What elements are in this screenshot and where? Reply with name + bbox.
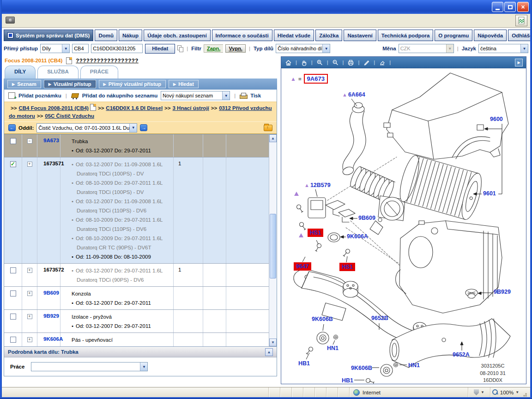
vehicle-detail-link[interactable]: ?????????????????? (76, 58, 138, 63)
row-checkbox[interactable]: ✓ (10, 161, 16, 167)
work-select[interactable]: ▼ (31, 362, 148, 371)
breadcrumb-link-4[interactable]: 05C Čistič Vzduchu (45, 113, 94, 119)
row-expander[interactable]: + (27, 291, 32, 296)
diagram-label-hn1[interactable]: HN1 (408, 362, 420, 369)
zoom-out-icon[interactable] (332, 59, 339, 66)
row-expander[interactable]: + (27, 268, 32, 273)
vin-field[interactable] (91, 44, 143, 53)
nav-button-7[interactable]: Nastavení (344, 30, 376, 41)
language-select[interactable]: čeština▼ (478, 44, 528, 53)
diagram-label-hn1[interactable]: HN1 (327, 345, 339, 351)
tab-služba[interactable]: SLUŽBA (37, 66, 79, 79)
scroll-down-button[interactable]: ▼ (269, 339, 277, 346)
nav-button-6[interactable]: Záložka (315, 30, 342, 41)
nav-button-9[interactable]: O programu (435, 30, 472, 41)
search-button[interactable]: Hledat (145, 44, 175, 54)
diagram-label-hs1[interactable]: HS1 (339, 263, 355, 271)
row-checkbox[interactable] (10, 314, 16, 320)
protected-mode-button[interactable]: ▼ (468, 387, 490, 397)
next-section-button[interactable]: → (140, 124, 147, 131)
diagram-label-9b929[interactable]: 9B929 (494, 289, 511, 295)
copy-icon[interactable] (177, 45, 183, 52)
scroll-up-button[interactable]: ▲ (269, 134, 277, 142)
zoom-in-icon[interactable] (316, 59, 324, 66)
previous-section-button[interactable]: ← (8, 124, 16, 131)
row-checkbox[interactable] (10, 290, 16, 296)
eraser-icon[interactable] (378, 59, 386, 66)
diagram-label-hb1[interactable]: HB1 (342, 377, 353, 384)
nav-button-2[interactable]: Nákup (119, 30, 142, 41)
shopping-list-select[interactable]: Nový nákupní seznam▼ (161, 91, 230, 100)
diagram-label-9647[interactable]: 9647 (294, 262, 311, 271)
part-type-select[interactable]: Číslo náhradního dílu▼ (276, 44, 330, 53)
page-image-button[interactable] (515, 15, 527, 26)
table-scrollbar[interactable]: ▲ ▼ (269, 134, 277, 346)
nav-button-8[interactable]: Technická podpora (378, 30, 434, 41)
row-checkbox[interactable] (10, 138, 16, 144)
nav-button-dms[interactable]: Systém pro správu dat (DMS) (4, 30, 93, 41)
diagram-label-9652a[interactable]: 9652A (453, 351, 470, 358)
diagram-label-12b579[interactable]: ▲12B579 (304, 182, 331, 188)
breadcrumb-link-0[interactable]: CB4 Focus 2008-2011 (CB4) (18, 105, 88, 111)
add-note-button[interactable]: Přidat poznámku (18, 93, 61, 98)
home-icon[interactable] (284, 59, 292, 66)
print-diagram-icon[interactable] (347, 59, 355, 66)
diagram-label-hb1[interactable]: HB1 (298, 360, 310, 367)
add-to-shopping-list-button[interactable]: Přidat do nákupního seznamu (82, 93, 158, 98)
row-checkbox[interactable] (10, 267, 16, 273)
diagram-label-9k606b[interactable]: 9K606B (312, 316, 333, 322)
document-icon[interactable] (90, 104, 96, 111)
folder-up-icon[interactable] (264, 125, 272, 131)
tab-díly[interactable]: DÍLY (5, 66, 36, 79)
title-bar[interactable]: × (0, 0, 532, 14)
row-expander[interactable]: + (27, 337, 32, 342)
toolbar-expand-button[interactable]: ▶ (515, 59, 523, 66)
diagram-label-9k606b[interactable]: 9K606B (351, 365, 372, 371)
document-icon[interactable] (66, 57, 72, 64)
direct-access-select[interactable]: Díly▼ (40, 44, 70, 53)
breadcrumb-link-1[interactable]: C16DD0X 1.6 DI Diesel (106, 105, 163, 111)
filter-on-button[interactable]: Zapn. (204, 44, 223, 53)
nav-button-3[interactable]: Údaje obch. zastoupení (144, 30, 210, 41)
diagram-label-hs1[interactable]: HS1 (308, 229, 323, 237)
row-expander[interactable]: + (27, 162, 32, 167)
nav-button-11[interactable]: Odhlášení (508, 30, 532, 41)
diagram-canvas[interactable]: ▲ = 9A673 ▲6A6649600▲12B57996019B609HS19… (281, 68, 526, 384)
diagram-label-9652b[interactable]: 9652B (371, 315, 388, 321)
view-button-0[interactable]: ▶Seznam (7, 80, 41, 88)
nav-button-10[interactable]: Nápověda (474, 30, 507, 41)
part-number[interactable]: 9A673 (37, 138, 59, 143)
view-button-1[interactable]: ▶Vizuální přístup (44, 80, 96, 88)
highlighted-part-number[interactable]: 9A673 (304, 74, 328, 84)
maximize-button[interactable] (504, 2, 516, 12)
diagram-label-6a664[interactable]: ▲6A664 (342, 91, 365, 98)
part-number[interactable]: 9K606A (37, 336, 63, 342)
diagram-label-9601[interactable]: 9601 (483, 190, 496, 197)
view-button-3[interactable]: ▶Hledat (169, 80, 199, 88)
diagram-label-9k606a[interactable]: 9K606A (347, 233, 368, 240)
nav-button-5[interactable]: Hledat všude (274, 30, 314, 41)
part-number[interactable]: 9B609 (37, 290, 59, 296)
tab-práce[interactable]: PRÁCE (80, 66, 118, 79)
view-button-2[interactable]: ▶Přímý vizuální přístup (99, 80, 166, 88)
print-button[interactable]: Tisk (250, 93, 261, 98)
row-expander[interactable]: − (27, 139, 32, 144)
minimize-button[interactable] (492, 2, 503, 12)
scrollbar-thumb[interactable] (270, 214, 276, 278)
filter-off-button[interactable]: Vypn. (225, 44, 246, 53)
nav-button-4[interactable]: Informace o součásti (212, 30, 272, 41)
part-number[interactable]: 9B929 (37, 313, 59, 319)
model-code-field[interactable] (72, 44, 89, 53)
camera-icon[interactable] (6, 17, 15, 24)
close-button[interactable]: × (517, 2, 529, 12)
nav-button-1[interactable]: Domů (95, 30, 117, 41)
zoom-control[interactable]: 100% ▼ (490, 387, 530, 397)
pencil-icon[interactable] (363, 59, 370, 66)
diagram-label-9b609[interactable]: 9B609 (358, 215, 375, 221)
diagram-label-9600[interactable]: 9600 (490, 116, 503, 122)
row-checkbox[interactable] (10, 337, 16, 343)
section-select[interactable]: Čistič Vzduchu, Od: 07-01-2003 1.6L Dura… (36, 123, 137, 133)
breadcrumb-link-2[interactable]: 3 Hnací ústrojí (173, 105, 209, 111)
row-expander[interactable]: + (27, 314, 32, 319)
pan-hand-icon[interactable] (300, 59, 308, 66)
